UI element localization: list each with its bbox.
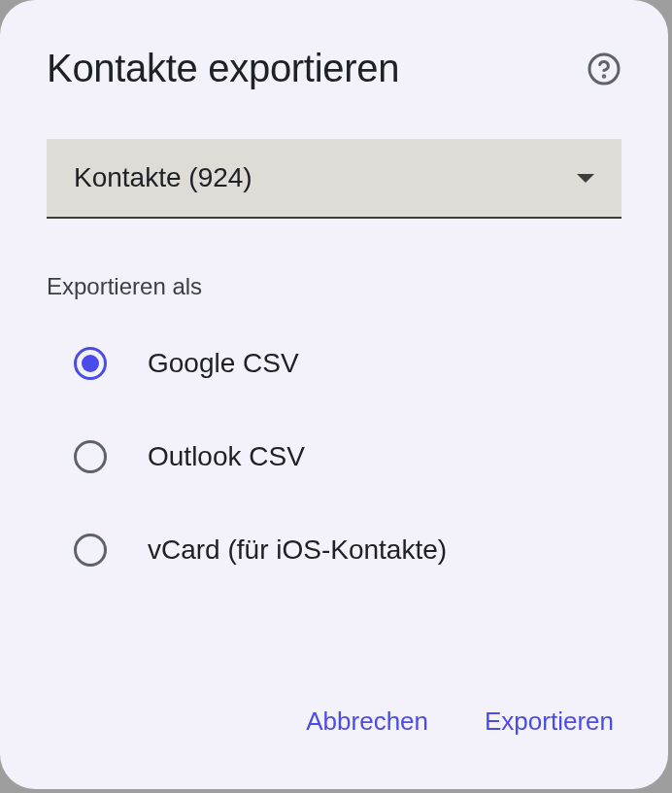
export-contacts-dialog: Kontakte exportieren Kontakte (924) Expo…	[0, 0, 668, 789]
radio-label: vCard (für iOS-Kontakte)	[148, 534, 447, 566]
export-format-label: Exportieren als	[47, 273, 622, 300]
cancel-button[interactable]: Abbrechen	[302, 699, 432, 744]
dialog-header: Kontakte exportieren	[47, 47, 622, 90]
dialog-title: Kontakte exportieren	[47, 47, 399, 90]
radio-option-outlook-csv[interactable]: Outlook CSV	[74, 440, 622, 473]
radio-option-vcard[interactable]: vCard (für iOS-Kontakte)	[74, 534, 622, 567]
help-icon[interactable]	[587, 52, 622, 86]
radio-option-google-csv[interactable]: Google CSV	[74, 347, 622, 380]
radio-icon	[74, 440, 107, 473]
export-format-radio-group: Google CSV Outlook CSV vCard (für iOS-Ko…	[47, 347, 622, 567]
dropdown-selected-label: Kontakte (924)	[74, 162, 252, 193]
svg-point-1	[603, 75, 605, 77]
export-button[interactable]: Exportieren	[481, 699, 618, 744]
radio-label: Outlook CSV	[148, 441, 305, 472]
radio-icon	[74, 534, 107, 567]
dialog-actions: Abbrechen Exportieren	[302, 699, 618, 744]
chevron-down-icon	[577, 174, 594, 183]
contacts-source-dropdown[interactable]: Kontakte (924)	[47, 139, 622, 219]
radio-icon	[74, 347, 107, 380]
radio-label: Google CSV	[148, 348, 299, 379]
